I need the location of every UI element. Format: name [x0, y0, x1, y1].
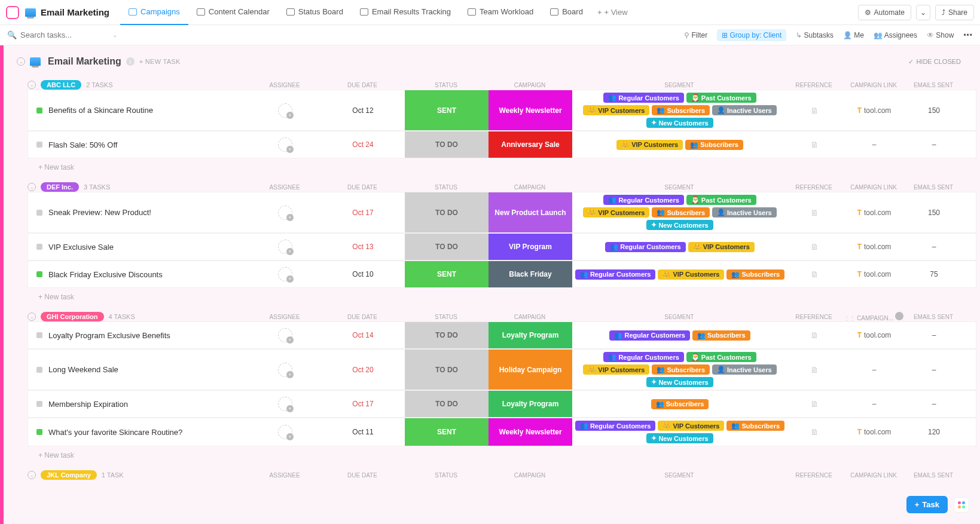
- column-header[interactable]: CAMPAIGN: [488, 184, 572, 191]
- collapse-list-icon[interactable]: ⌄: [17, 57, 25, 66]
- task-row[interactable]: Sneak Preview: New Product!Oct 17TO DONe…: [28, 192, 976, 233]
- column-header[interactable]: CAMPAIGN LINK: [841, 82, 906, 88]
- reference-icon[interactable]: 🗎: [810, 269, 819, 279]
- segment-tag[interactable]: 👑 VIP Customers: [658, 269, 724, 280]
- campaign-cell[interactable]: Black Friday: [489, 261, 572, 287]
- due-date[interactable]: Oct 17: [321, 400, 405, 408]
- due-date[interactable]: Oct 17: [321, 209, 405, 217]
- segment-tag[interactable]: ✦ New Customers: [646, 377, 713, 387]
- status-square-icon[interactable]: [36, 401, 42, 407]
- task-row[interactable]: What's your favorite Skincare Routine?Oc…: [28, 418, 976, 446]
- new-task-row[interactable]: + New task: [14, 288, 976, 301]
- task-row[interactable]: Long Weekend SaleOct 20TO DOHoliday Camp…: [28, 349, 976, 390]
- segment-tag[interactable]: 👥 Subscribers: [652, 364, 710, 375]
- assignee-add-icon[interactable]: [278, 206, 292, 220]
- segment-tag[interactable]: 🎅 Past Customers: [686, 93, 756, 103]
- campaign-link[interactable]: T tool.com: [841, 209, 907, 217]
- segment-tag[interactable]: 👤 Inactive Users: [712, 105, 777, 115]
- status-cell[interactable]: TO DO: [405, 192, 489, 232]
- column-header[interactable]: EMAILS SENT: [906, 82, 960, 88]
- column-header[interactable]: REFERENCE: [787, 184, 841, 191]
- campaign-cell[interactable]: Anniversary Sale: [489, 131, 572, 158]
- segments-cell[interactable]: 👥 Regular Customers🎅 Past Customers👑 VIP…: [572, 192, 787, 232]
- tab-status-board[interactable]: Status Board: [278, 0, 352, 25]
- segment-tag[interactable]: 👥 Regular Customers: [603, 93, 683, 103]
- due-date[interactable]: Oct 20: [321, 366, 405, 374]
- group-pill[interactable]: DEF Inc.: [41, 182, 79, 192]
- campaign-cell[interactable]: Loyalty Program: [489, 391, 572, 417]
- emails-sent[interactable]: –: [907, 140, 961, 149]
- column-header[interactable]: STATUS: [404, 314, 488, 320]
- segment-tag[interactable]: 👥 Subscribers: [726, 421, 784, 431]
- segments-cell[interactable]: 👥 Regular Customers🎅 Past Customers👑 VIP…: [572, 90, 787, 130]
- status-square-icon[interactable]: [36, 142, 42, 148]
- task-row[interactable]: Membership ExpirationOct 17TO DOLoyalty …: [28, 390, 976, 418]
- segment-tag[interactable]: 👥 Subscribers: [726, 269, 784, 280]
- column-header[interactable]: SEGMENT: [572, 472, 787, 479]
- segments-cell[interactable]: 👥 Regular Customers👑 VIP Customers👥 Subs…: [572, 267, 787, 282]
- segment-tag[interactable]: 👥 Regular Customers: [575, 269, 655, 280]
- reference-icon[interactable]: 🗎: [810, 330, 819, 340]
- status-square-icon[interactable]: [36, 332, 42, 338]
- column-header[interactable]: REFERENCE: [787, 472, 841, 479]
- campaign-cell[interactable]: Weekly Newsletter: [489, 90, 572, 130]
- segment-tag[interactable]: 👑 VIP Customers: [616, 140, 683, 150]
- column-header[interactable]: EMAILS SENT: [906, 472, 960, 479]
- segments-cell[interactable]: 👑 VIP Customers👥 Subscribers: [572, 137, 787, 152]
- column-header[interactable]: EMAILS SENT: [906, 314, 960, 320]
- status-square-icon[interactable]: [36, 210, 42, 216]
- segment-tag[interactable]: 👥 Subscribers: [651, 399, 709, 409]
- column-header[interactable]: CAMPAIGN LINK: [841, 472, 906, 479]
- status-cell[interactable]: TO DO: [405, 350, 489, 390]
- reference-icon[interactable]: 🗎: [810, 365, 819, 375]
- column-header[interactable]: STATUS: [404, 82, 488, 88]
- due-date[interactable]: Oct 13: [321, 243, 405, 251]
- campaign-link[interactable]: –: [841, 400, 907, 408]
- emails-sent[interactable]: –: [907, 366, 961, 374]
- group-pill[interactable]: GHI Corporation: [41, 312, 104, 321]
- show-button[interactable]: 👁 Show: [927, 31, 954, 39]
- collapse-group-icon[interactable]: ⌄: [28, 312, 36, 321]
- app-logo-icon[interactable]: [6, 6, 19, 19]
- due-date[interactable]: Oct 10: [321, 270, 405, 278]
- column-header[interactable]: ASSIGNEE: [249, 314, 320, 320]
- reference-icon[interactable]: 🗎: [810, 399, 819, 409]
- segment-tag[interactable]: 👥 Subscribers: [692, 330, 750, 341]
- column-header[interactable]: CAMPAIGN: [488, 314, 572, 320]
- share-button[interactable]: ⤴Share: [935, 5, 974, 20]
- segment-tag[interactable]: 👤 Inactive Users: [712, 364, 777, 375]
- segment-tag[interactable]: 👥 Subscribers: [685, 140, 743, 150]
- assignee-add-icon[interactable]: [278, 363, 292, 377]
- segments-cell[interactable]: 👥 Regular Customers👥 Subscribers: [572, 328, 787, 343]
- assignee-add-icon[interactable]: [278, 267, 292, 281]
- task-row[interactable]: Benefits of a Skincare RoutineOct 12SENT…: [28, 90, 976, 131]
- hide-closed-button[interactable]: ✓HIDE CLOSED: [908, 58, 973, 66]
- column-header[interactable]: CAMPAIGN: [488, 82, 572, 88]
- campaign-link[interactable]: T tool.com: [841, 428, 907, 436]
- subtasks-button[interactable]: ↳ Subtasks: [796, 31, 834, 39]
- collapse-group-icon[interactable]: ⌄: [28, 81, 36, 89]
- status-square-icon[interactable]: [36, 271, 42, 277]
- segment-tag[interactable]: 👑 VIP Customers: [583, 105, 649, 115]
- segment-tag[interactable]: ✦ New Customers: [646, 220, 713, 230]
- status-cell[interactable]: SENT: [405, 418, 489, 446]
- assignee-add-icon[interactable]: [278, 240, 292, 254]
- apps-fab[interactable]: [954, 497, 969, 513]
- campaign-link[interactable]: T tool.com: [841, 270, 907, 278]
- campaign-link[interactable]: T tool.com: [841, 331, 907, 339]
- tab-content-calendar[interactable]: Content Calendar: [188, 0, 278, 25]
- group-pill[interactable]: JKL Company: [41, 470, 97, 480]
- emails-sent[interactable]: –: [907, 400, 961, 408]
- column-header[interactable]: CAMPAIGN: [488, 472, 572, 479]
- emails-sent[interactable]: 150: [907, 106, 961, 115]
- status-cell[interactable]: TO DO: [405, 391, 489, 417]
- new-task-row[interactable]: + New task: [14, 446, 976, 459]
- drag-handle-icon[interactable]: ⋮⋮: [844, 315, 856, 321]
- segment-tag[interactable]: 👥 Regular Customers: [609, 330, 689, 341]
- search-input[interactable]: [20, 30, 104, 39]
- emails-sent[interactable]: 150: [907, 209, 961, 217]
- column-header[interactable]: ASSIGNEE: [249, 82, 320, 88]
- segment-tag[interactable]: 👑 VIP Customers: [688, 242, 755, 252]
- column-header[interactable]: DUE DATE: [320, 82, 404, 88]
- segment-tag[interactable]: ✦ New Customers: [646, 433, 713, 443]
